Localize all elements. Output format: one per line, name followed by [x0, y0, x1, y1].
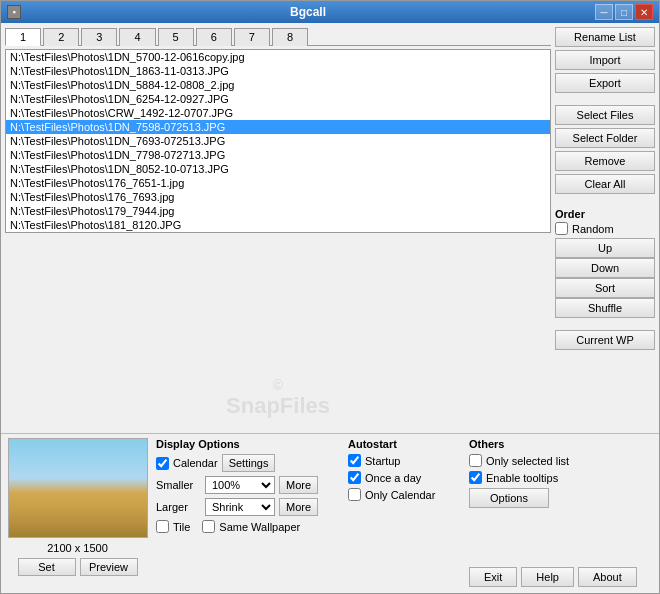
startup-row: Startup	[348, 454, 463, 467]
only-calendar-label: Only Calendar	[365, 489, 435, 501]
tab-7[interactable]: 7	[234, 28, 270, 46]
enable-tooltips-label: Enable tooltips	[486, 472, 558, 484]
smaller-label: Smaller	[156, 479, 201, 491]
list-item[interactable]: N:\TestFiles\Photos\1DN_7693-072513.JPG	[6, 134, 550, 148]
list-item[interactable]: N:\TestFiles\Photos\176_7651-1.jpg	[6, 176, 550, 190]
app-icon: ▪	[7, 5, 21, 19]
list-item[interactable]: N:\TestFiles\Photos\1DN_5700-12-0616copy…	[6, 50, 550, 64]
rename-list-button[interactable]: Rename List	[555, 27, 655, 47]
down-button[interactable]: Down	[555, 258, 655, 278]
preview-image-inner	[9, 439, 147, 537]
select-folder-button[interactable]: Select Folder	[555, 128, 655, 148]
watermark-logo: ©	[273, 377, 283, 393]
minimize-button[interactable]: ─	[595, 4, 613, 20]
random-checkbox[interactable]	[555, 222, 568, 235]
once-a-day-row: Once a day	[348, 471, 463, 484]
current-wp-button[interactable]: Current WP	[555, 330, 655, 350]
settings-button[interactable]: Settings	[222, 454, 276, 472]
window-title: Bgcall	[290, 5, 326, 19]
only-selected-label: Only selected list	[486, 455, 569, 467]
clear-all-button[interactable]: Clear All	[555, 174, 655, 194]
only-selected-row: Only selected list	[469, 454, 655, 467]
preview-image	[8, 438, 148, 538]
tab-3[interactable]: 3	[81, 28, 117, 46]
list-item[interactable]: N:\TestFiles\Photos\181_8120.JPG	[6, 218, 550, 232]
file-list[interactable]: N:\TestFiles\Photos\1DN_5700-12-0616copy…	[5, 49, 551, 233]
others-title: Others	[469, 438, 655, 450]
list-item[interactable]: N:\TestFiles\Photos\1DN_7598-072513.JPG	[6, 120, 550, 134]
tab-6[interactable]: 6	[196, 28, 232, 46]
list-item[interactable]: N:\TestFiles\Photos\1DN_5884-12-0808_2.j…	[6, 78, 550, 92]
tab-4[interactable]: 4	[119, 28, 155, 46]
enable-tooltips-checkbox[interactable]	[469, 471, 482, 484]
options-button[interactable]: Options	[469, 488, 549, 508]
smaller-select[interactable]: 100% 75% 50%	[205, 476, 275, 494]
select-files-button[interactable]: Select Files	[555, 105, 655, 125]
checkbox-options-row: Tile Same Wallpaper	[156, 520, 342, 533]
tab-bar: 12345678	[5, 27, 551, 46]
order-label: Order	[555, 208, 655, 220]
list-item[interactable]: N:\TestFiles\Photos\1DN_7798-072713.JPG	[6, 148, 550, 162]
larger-label: Larger	[156, 501, 201, 513]
list-item[interactable]: N:\TestFiles\Photos\1DN_6254-12-0927.JPG	[6, 92, 550, 106]
once-a-day-checkbox[interactable]	[348, 471, 361, 484]
sort-button[interactable]: Sort	[555, 278, 655, 298]
list-item[interactable]: N:\TestFiles\Photos\CRW_1492-12-0707.JPG	[6, 106, 550, 120]
only-calendar-row: Only Calendar	[348, 488, 463, 501]
tab-8[interactable]: 8	[272, 28, 308, 46]
smaller-row: Smaller 100% 75% 50% More	[156, 476, 342, 494]
set-button[interactable]: Set	[18, 558, 76, 576]
tile-row: Tile	[156, 520, 190, 533]
shuffle-button[interactable]: Shuffle	[555, 298, 655, 318]
file-list-wrapper: N:\TestFiles\Photos\1DN_5700-12-0616copy…	[5, 49, 551, 429]
same-wallpaper-row: Same Wallpaper	[202, 520, 300, 533]
more-button-1[interactable]: More	[279, 476, 318, 494]
title-bar: ▪ Bgcall ─ □ ✕	[1, 1, 659, 23]
main-window: ▪ Bgcall ─ □ ✕ 12345678 N:\TestFiles\Pho…	[0, 0, 660, 594]
once-a-day-label: Once a day	[365, 472, 421, 484]
right-panel: Rename List Import Export Select Files S…	[555, 27, 655, 429]
same-wallpaper-checkbox[interactable]	[202, 520, 215, 533]
random-row: Random	[555, 222, 655, 235]
order-section: Order Random Up Down Sort Shuffle	[555, 208, 655, 318]
more-button-2[interactable]: More	[279, 498, 318, 516]
preview-buttons: Set Preview	[18, 558, 138, 576]
tab-1[interactable]: 1	[5, 28, 41, 46]
preview-size: 2100 x 1500	[47, 542, 108, 554]
only-selected-checkbox[interactable]	[469, 454, 482, 467]
exit-button[interactable]: Exit	[469, 567, 517, 587]
calendar-checkbox[interactable]	[156, 457, 169, 470]
tab-2[interactable]: 2	[43, 28, 79, 46]
maximize-button[interactable]: □	[615, 4, 633, 20]
tile-checkbox[interactable]	[156, 520, 169, 533]
autostart-section: Autostart Startup Once a day Only Calend…	[348, 438, 463, 589]
calendar-row: Calendar Settings	[156, 454, 342, 472]
startup-checkbox[interactable]	[348, 454, 361, 467]
list-item[interactable]: N:\TestFiles\Photos\179_7944.jpg	[6, 204, 550, 218]
export-button[interactable]: Export	[555, 73, 655, 93]
up-button[interactable]: Up	[555, 238, 655, 258]
preview-button[interactable]: Preview	[80, 558, 138, 576]
watermark: © SnapFiles	[226, 377, 330, 419]
import-button[interactable]: Import	[555, 50, 655, 70]
larger-select[interactable]: Shrink Stretch Tile	[205, 498, 275, 516]
random-label: Random	[572, 223, 614, 235]
main-content: 12345678 N:\TestFiles\Photos\1DN_5700-12…	[1, 23, 659, 433]
left-panel: 12345678 N:\TestFiles\Photos\1DN_5700-12…	[5, 27, 551, 429]
about-button[interactable]: About	[578, 567, 637, 587]
remove-button[interactable]: Remove	[555, 151, 655, 171]
help-button[interactable]: Help	[521, 567, 574, 587]
display-options: Display Options Calendar Settings Smalle…	[156, 438, 342, 589]
window-controls: ─ □ ✕	[595, 4, 653, 20]
enable-tooltips-row: Enable tooltips	[469, 471, 655, 484]
startup-label: Startup	[365, 455, 400, 467]
bottom-panel: 2100 x 1500 Set Preview Display Options …	[1, 433, 659, 593]
list-item[interactable]: N:\TestFiles\Photos\176_7693.jpg	[6, 190, 550, 204]
tab-5[interactable]: 5	[158, 28, 194, 46]
list-item[interactable]: N:\TestFiles\Photos\1DN_1863-11-0313.JPG	[6, 64, 550, 78]
display-options-title: Display Options	[156, 438, 342, 450]
others-section: Others Only selected list Enable tooltip…	[469, 438, 655, 589]
close-button[interactable]: ✕	[635, 4, 653, 20]
only-calendar-checkbox[interactable]	[348, 488, 361, 501]
list-item[interactable]: N:\TestFiles\Photos\1DN_8052-10-0713.JPG	[6, 162, 550, 176]
